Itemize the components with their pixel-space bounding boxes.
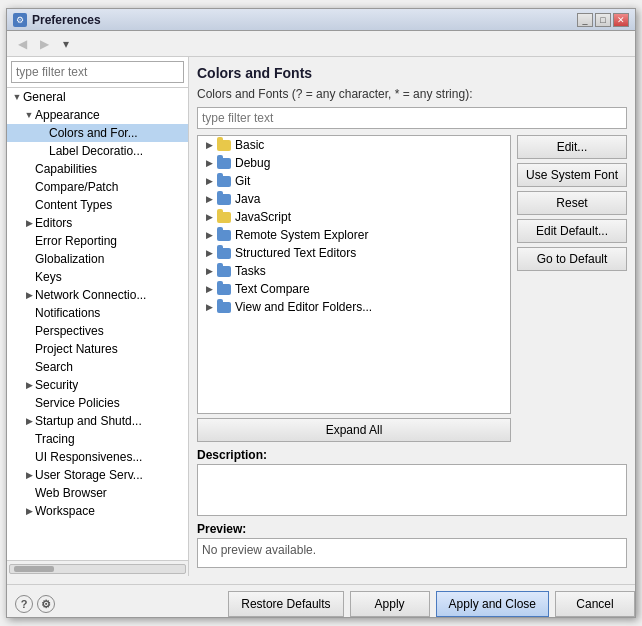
- appearance-label: Appearance: [35, 108, 100, 122]
- maximize-button[interactable]: □: [595, 13, 611, 27]
- error-reporting-label: Error Reporting: [35, 234, 117, 248]
- color-tree-item-git[interactable]: ▶ Git: [198, 172, 510, 190]
- sidebar-item-globalization[interactable]: Globalization: [7, 250, 188, 268]
- sidebar-item-search[interactable]: Search: [7, 358, 188, 376]
- cancel-button[interactable]: Cancel: [555, 591, 635, 617]
- color-tree-item-remote-sys[interactable]: ▶ Remote System Explorer: [198, 226, 510, 244]
- editors-label: Editors: [35, 216, 72, 230]
- color-tree-item-javascript[interactable]: ▶ JavaScript: [198, 208, 510, 226]
- sidebar-item-editors[interactable]: ▶ Editors: [7, 214, 188, 232]
- left-horizontal-scrollbar[interactable]: [9, 564, 186, 574]
- title-bar: ⚙ Preferences _ □ ✕: [7, 9, 635, 31]
- sidebar-item-service-policies[interactable]: Service Policies: [7, 394, 188, 412]
- sidebar-item-error-reporting[interactable]: Error Reporting: [7, 232, 188, 250]
- help-button[interactable]: ?: [15, 595, 33, 613]
- sidebar-item-capabilities[interactable]: Capabilities: [7, 160, 188, 178]
- sidebar-item-tracing[interactable]: Tracing: [7, 430, 188, 448]
- minimize-button[interactable]: _: [577, 13, 593, 27]
- javascript-expander: ▶: [202, 210, 216, 224]
- sidebar-item-user-storage[interactable]: ▶ User Storage Serv...: [7, 466, 188, 484]
- forward-button[interactable]: ▶: [34, 34, 54, 54]
- keys-expander: [23, 271, 35, 283]
- preferences-window: ⚙ Preferences _ □ ✕ ◀ ▶ ▾ ▼ General: [6, 8, 636, 618]
- sidebar-item-perspectives[interactable]: Perspectives: [7, 322, 188, 340]
- right-panel: Colors and Fonts Colors and Fonts (? = a…: [189, 57, 635, 576]
- sidebar-item-network-conn[interactable]: ▶ Network Connectio...: [7, 286, 188, 304]
- color-tree-item-java[interactable]: ▶ Java: [198, 190, 510, 208]
- user-storage-expander: ▶: [23, 469, 35, 481]
- notifications-label: Notifications: [35, 306, 100, 320]
- edit-button[interactable]: Edit...: [517, 135, 627, 159]
- sidebar-item-keys[interactable]: Keys: [7, 268, 188, 286]
- go-to-default-button[interactable]: Go to Default: [517, 247, 627, 271]
- javascript-folder-icon: [216, 210, 232, 224]
- general-expander: ▼: [11, 91, 23, 103]
- color-tree-item-basic[interactable]: ▶ Basic: [198, 136, 510, 154]
- content-area: ▼ General ▼ Appearance Colors and For...…: [7, 57, 635, 576]
- settings-icon-btn[interactable]: ⚙: [37, 595, 55, 613]
- sidebar-item-web-browser[interactable]: Web Browser: [7, 484, 188, 502]
- use-system-font-button[interactable]: Use System Font: [517, 163, 627, 187]
- sidebar-item-project-natures[interactable]: Project Natures: [7, 340, 188, 358]
- scrollbar-thumb: [14, 566, 54, 572]
- left-filter-input[interactable]: [11, 61, 184, 83]
- reset-button[interactable]: Reset: [517, 191, 627, 215]
- sidebar-item-security[interactable]: ▶ Security: [7, 376, 188, 394]
- text-compare-label: Text Compare: [235, 282, 310, 296]
- network-label: Network Connectio...: [35, 288, 146, 302]
- edit-default-button[interactable]: Edit Default...: [517, 219, 627, 243]
- apply-button[interactable]: Apply: [350, 591, 430, 617]
- bottom-buttons: ? ⚙ Restore Defaults Apply Apply and Clo…: [7, 584, 635, 617]
- apply-and-close-button[interactable]: Apply and Close: [436, 591, 549, 617]
- basic-label: Basic: [235, 138, 264, 152]
- sidebar-item-label-dec[interactable]: Label Decoratio...: [7, 142, 188, 160]
- remote-sys-folder-icon: [216, 228, 232, 242]
- color-tree-item-structured-text[interactable]: ▶ Structured Text Editors: [198, 244, 510, 262]
- sidebar-item-workspace[interactable]: ▶ Workspace: [7, 502, 188, 520]
- preview-text: No preview available.: [202, 543, 316, 557]
- startup-label: Startup and Shutd...: [35, 414, 142, 428]
- sidebar-item-ui-responsiveness[interactable]: UI Responsivenes...: [7, 448, 188, 466]
- right-filter-input[interactable]: [197, 107, 627, 129]
- remote-sys-label: Remote System Explorer: [235, 228, 368, 242]
- preview-label: Preview:: [197, 522, 627, 536]
- sidebar-item-colors-fonts[interactable]: Colors and For...: [7, 124, 188, 142]
- sidebar-item-startup-shut[interactable]: ▶ Startup and Shutd...: [7, 412, 188, 430]
- sidebar-item-appearance[interactable]: ▼ Appearance: [7, 106, 188, 124]
- service-policies-expander: [23, 397, 35, 409]
- color-tree-item-view-editor[interactable]: ▶ View and Editor Folders...: [198, 298, 510, 316]
- view-editor-label: View and Editor Folders...: [235, 300, 372, 314]
- bottom-section: ? ⚙ Restore Defaults Apply Apply and Clo…: [7, 576, 635, 617]
- color-tree-item-debug[interactable]: ▶ Debug: [198, 154, 510, 172]
- remote-sys-expander: ▶: [202, 228, 216, 242]
- structured-text-expander: ▶: [202, 246, 216, 260]
- expand-all-button[interactable]: Expand All: [197, 418, 511, 442]
- close-button[interactable]: ✕: [613, 13, 629, 27]
- text-compare-expander: ▶: [202, 282, 216, 296]
- project-natures-label: Project Natures: [35, 342, 118, 356]
- sidebar-item-content-types[interactable]: Content Types: [7, 196, 188, 214]
- view-editor-folder-icon: [216, 300, 232, 314]
- java-folder-icon: [216, 192, 232, 206]
- panel-title: Colors and Fonts: [197, 65, 627, 81]
- appearance-expander: ▼: [23, 109, 35, 121]
- sidebar-item-general[interactable]: ▼ General: [7, 88, 188, 106]
- dropdown-button[interactable]: ▾: [56, 34, 76, 54]
- tracing-label: Tracing: [35, 432, 75, 446]
- restore-defaults-button[interactable]: Restore Defaults: [228, 591, 343, 617]
- git-expander: ▶: [202, 174, 216, 188]
- sidebar-item-notifications[interactable]: Notifications: [7, 304, 188, 322]
- capabilities-expander: [23, 163, 35, 175]
- color-tree-item-text-compare[interactable]: ▶ Text Compare: [198, 280, 510, 298]
- globalization-expander: [23, 253, 35, 265]
- git-label: Git: [235, 174, 250, 188]
- security-label: Security: [35, 378, 78, 392]
- back-button[interactable]: ◀: [12, 34, 32, 54]
- sidebar-item-compare-patch[interactable]: Compare/Patch: [7, 178, 188, 196]
- title-bar-controls: _ □ ✕: [577, 13, 629, 27]
- color-tree[interactable]: ▶ Basic ▶ Debug: [197, 135, 511, 414]
- color-tree-item-tasks[interactable]: ▶ Tasks: [198, 262, 510, 280]
- compare-patch-label: Compare/Patch: [35, 180, 118, 194]
- left-tree-area: ▼ General ▼ Appearance Colors and For...…: [7, 88, 188, 560]
- security-expander: ▶: [23, 379, 35, 391]
